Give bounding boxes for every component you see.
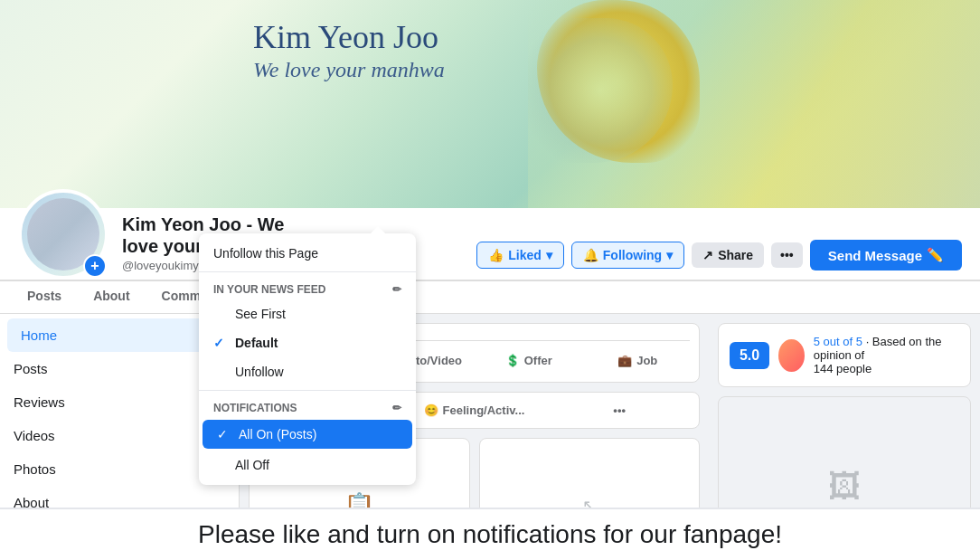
rating-text: 5 out of 5 · Based on the opinion of 144… (814, 335, 959, 375)
add-photo-button[interactable]: + (83, 254, 107, 278)
cursor-icon: ↖ (582, 496, 596, 508)
all-off-item[interactable]: All Off (199, 451, 416, 479)
offer-icon: 💲 (505, 354, 520, 367)
post-card-2: ↖ (479, 438, 701, 508)
cover-photo: Kim Yeon Joo We love your manhwa (0, 0, 980, 208)
dropdown-divider-1 (199, 271, 416, 272)
unfollow-page-item[interactable]: Unfollow this Page (199, 239, 416, 268)
following-bell-icon: 🔔 (583, 248, 598, 262)
edit-news-feed-icon[interactable]: ✏ (392, 283, 401, 296)
default-item[interactable]: ✓ Default (199, 328, 416, 357)
see-first-item[interactable]: See First (199, 299, 416, 328)
cover-title: Kim Yeon Joo We love your manhwa (253, 18, 445, 83)
news-feed-section-label: IN YOUR NEWS FEED ✏ (199, 276, 416, 299)
home-label: Home (21, 327, 57, 343)
profile-picture-wrapper: + (18, 189, 108, 280)
pencil-icon-msg: ✏️ (927, 247, 944, 263)
rating-row: 5.0 5 out of 5 · Based on the opinion of… (730, 335, 959, 375)
rating-avatar (778, 339, 805, 372)
cover-art-decoration (528, 0, 980, 208)
photo-area: 🖼 (718, 396, 971, 508)
nav-tabs: Posts About Community Videos Photos (0, 280, 980, 313)
chevron-down-icon: ▾ (546, 248, 552, 262)
share-icon: ↗ (702, 248, 713, 262)
notifications-section-label: NOTIFICATIONS ✏ (199, 394, 416, 418)
edit-notifications-icon[interactable]: ✏ (392, 402, 401, 414)
job-icon: 💼 (617, 354, 632, 367)
dropdown-menu: Unfollow this Page IN YOUR NEWS FEED ✏ S… (199, 233, 416, 485)
unfollow-item[interactable]: Unfollow (199, 357, 416, 386)
following-dropdown: Unfollow this Page IN YOUR NEWS FEED ✏ S… (199, 233, 416, 485)
save-icon: 📋 (344, 491, 375, 508)
right-panel: 5.0 5 out of 5 · Based on the opinion of… (709, 314, 980, 508)
tab-posts[interactable]: Posts (14, 281, 75, 313)
following-button[interactable]: 🔔 Following ▾ (571, 242, 684, 269)
image-placeholder-icon: 🖼 (828, 468, 861, 506)
main-content: Home Posts Reviews Videos Photos About C… (0, 314, 980, 508)
chevron-down-icon-following: ▾ (666, 248, 673, 262)
bottom-banner: Please like and turn on notifications fo… (0, 508, 980, 560)
offer-button[interactable]: 💲 Offer (476, 348, 581, 373)
liked-button[interactable]: 👍 Liked ▾ (476, 242, 564, 269)
more-button[interactable]: ••• (771, 242, 803, 268)
more-composer-button[interactable]: ••• (549, 398, 690, 422)
job-button[interactable]: 💼 Job (586, 348, 691, 373)
all-on-posts-item[interactable]: ✓ All On (Posts) (203, 420, 412, 449)
rating-card: 5.0 5 out of 5 · Based on the opinion of… (718, 323, 971, 387)
send-message-button[interactable]: Send Message ✏️ (810, 240, 962, 271)
feeling-button[interactable]: 😊 Feeling/Activ... (404, 398, 545, 422)
dropdown-arrow (371, 226, 385, 233)
feeling-icon: 😊 (424, 403, 438, 417)
sidebar-item-about[interactable]: About (0, 486, 239, 508)
tab-about-nav[interactable]: About (80, 281, 143, 313)
thumbs-up-icon: 👍 (488, 248, 504, 262)
rating-badge: 5.0 (730, 342, 769, 369)
share-button[interactable]: ↗ Share (692, 242, 764, 268)
profile-section: + Kim Yeon Joo - Welove your manhwa @lov… (0, 208, 980, 280)
action-buttons: 👍 Liked ▾ 🔔 Following ▾ ↗ Share ••• Send… (476, 240, 962, 280)
sidebar-item-home[interactable]: Home (7, 318, 231, 352)
dropdown-divider-2 (199, 390, 416, 391)
